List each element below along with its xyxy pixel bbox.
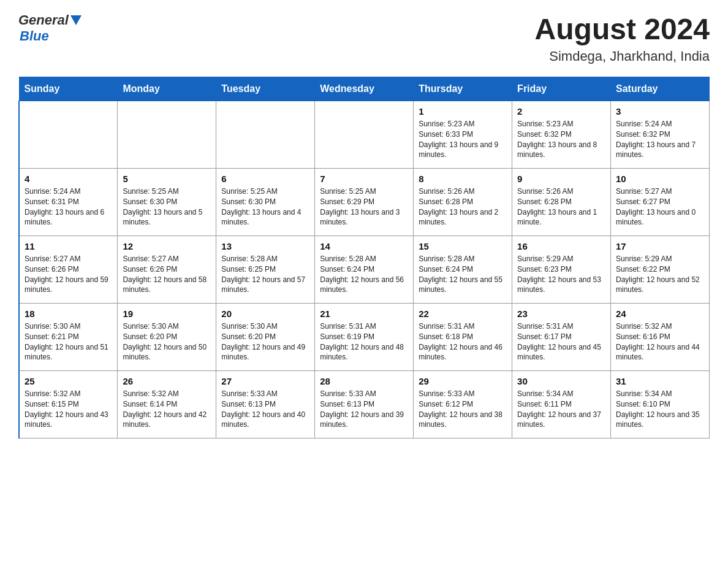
- day-info: Sunrise: 5:32 AM Sunset: 6:15 PM Dayligh…: [25, 389, 112, 430]
- day-header-tuesday: Tuesday: [216, 77, 315, 101]
- day-info: Sunrise: 5:32 AM Sunset: 6:16 PM Dayligh…: [616, 321, 704, 362]
- calendar-day-20: 20Sunrise: 5:30 AM Sunset: 6:20 PM Dayli…: [216, 304, 315, 371]
- day-info: Sunrise: 5:26 AM Sunset: 6:28 PM Dayligh…: [419, 186, 507, 228]
- day-number: 26: [123, 376, 211, 386]
- title-area: August 2024 Simdega, Jharkhand, India: [535, 12, 710, 64]
- day-number: 6: [221, 174, 309, 184]
- day-number: 4: [25, 174, 112, 184]
- day-number: 30: [517, 376, 605, 386]
- day-number: 14: [320, 241, 408, 251]
- day-number: 21: [320, 308, 408, 319]
- calendar-day-22: 22Sunrise: 5:31 AM Sunset: 6:18 PM Dayli…: [414, 304, 512, 371]
- calendar-day-27: 27Sunrise: 5:33 AM Sunset: 6:13 PM Dayli…: [216, 371, 315, 439]
- day-number: 28: [320, 376, 408, 386]
- calendar-day-8: 8Sunrise: 5:26 AM Sunset: 6:28 PM Daylig…: [414, 169, 512, 236]
- logo: General Blue: [18, 12, 82, 44]
- day-info: Sunrise: 5:30 AM Sunset: 6:21 PM Dayligh…: [25, 321, 112, 362]
- calendar-week-row: 4Sunrise: 5:24 AM Sunset: 6:31 PM Daylig…: [19, 169, 710, 236]
- day-number: 22: [419, 308, 507, 319]
- calendar-day-13: 13Sunrise: 5:28 AM Sunset: 6:25 PM Dayli…: [216, 236, 315, 304]
- day-header-saturday: Saturday: [611, 77, 710, 101]
- calendar-table: SundayMondayTuesdayWednesdayThursdayFrid…: [18, 77, 710, 439]
- calendar-week-row: 1Sunrise: 5:23 AM Sunset: 6:33 PM Daylig…: [19, 101, 710, 169]
- day-info: Sunrise: 5:25 AM Sunset: 6:30 PM Dayligh…: [221, 186, 309, 228]
- calendar-day-2: 2Sunrise: 5:23 AM Sunset: 6:32 PM Daylig…: [512, 101, 611, 169]
- calendar-day-6: 6Sunrise: 5:25 AM Sunset: 6:30 PM Daylig…: [216, 169, 315, 236]
- calendar-day-28: 28Sunrise: 5:33 AM Sunset: 6:13 PM Dayli…: [315, 371, 414, 439]
- calendar-day-29: 29Sunrise: 5:33 AM Sunset: 6:12 PM Dayli…: [414, 371, 512, 439]
- day-number: 20: [221, 308, 309, 319]
- day-header-wednesday: Wednesday: [315, 77, 414, 101]
- day-header-thursday: Thursday: [414, 77, 512, 101]
- day-number: 3: [616, 106, 704, 117]
- day-number: 15: [419, 241, 507, 251]
- calendar-day-23: 23Sunrise: 5:31 AM Sunset: 6:17 PM Dayli…: [512, 304, 611, 371]
- calendar-empty-cell: [315, 101, 414, 169]
- calendar-day-16: 16Sunrise: 5:29 AM Sunset: 6:23 PM Dayli…: [512, 236, 611, 304]
- day-header-sunday: Sunday: [19, 77, 118, 101]
- day-info: Sunrise: 5:33 AM Sunset: 6:12 PM Dayligh…: [419, 389, 507, 430]
- day-number: 2: [517, 106, 605, 117]
- day-info: Sunrise: 5:27 AM Sunset: 6:27 PM Dayligh…: [616, 186, 704, 228]
- month-year-title: August 2024: [535, 12, 710, 46]
- day-info: Sunrise: 5:29 AM Sunset: 6:23 PM Dayligh…: [517, 254, 605, 295]
- day-info: Sunrise: 5:23 AM Sunset: 6:32 PM Dayligh…: [517, 119, 605, 160]
- day-header-monday: Monday: [118, 77, 216, 101]
- calendar-week-row: 25Sunrise: 5:32 AM Sunset: 6:15 PM Dayli…: [19, 371, 710, 439]
- calendar-day-3: 3Sunrise: 5:24 AM Sunset: 6:32 PM Daylig…: [611, 101, 710, 169]
- day-info: Sunrise: 5:33 AM Sunset: 6:13 PM Dayligh…: [320, 389, 408, 430]
- day-info: Sunrise: 5:31 AM Sunset: 6:18 PM Dayligh…: [419, 321, 507, 362]
- day-info: Sunrise: 5:30 AM Sunset: 6:20 PM Dayligh…: [221, 321, 309, 362]
- day-info: Sunrise: 5:30 AM Sunset: 6:20 PM Dayligh…: [123, 321, 211, 362]
- day-info: Sunrise: 5:32 AM Sunset: 6:14 PM Dayligh…: [123, 389, 211, 430]
- day-header-friday: Friday: [512, 77, 611, 101]
- day-number: 13: [221, 241, 309, 251]
- calendar-day-24: 24Sunrise: 5:32 AM Sunset: 6:16 PM Dayli…: [611, 304, 710, 371]
- logo-triangle-icon: [70, 15, 82, 25]
- day-info: Sunrise: 5:34 AM Sunset: 6:10 PM Dayligh…: [616, 389, 704, 430]
- day-number: 18: [25, 308, 112, 319]
- calendar-day-11: 11Sunrise: 5:27 AM Sunset: 6:26 PM Dayli…: [19, 236, 118, 304]
- calendar-day-4: 4Sunrise: 5:24 AM Sunset: 6:31 PM Daylig…: [19, 169, 118, 236]
- day-info: Sunrise: 5:34 AM Sunset: 6:11 PM Dayligh…: [517, 389, 605, 430]
- day-number: 24: [616, 308, 704, 319]
- calendar-day-17: 17Sunrise: 5:29 AM Sunset: 6:22 PM Dayli…: [611, 236, 710, 304]
- day-info: Sunrise: 5:25 AM Sunset: 6:29 PM Dayligh…: [320, 186, 408, 228]
- calendar-day-7: 7Sunrise: 5:25 AM Sunset: 6:29 PM Daylig…: [315, 169, 414, 236]
- day-number: 12: [123, 241, 211, 251]
- calendar-empty-cell: [19, 101, 118, 169]
- day-number: 5: [123, 174, 211, 184]
- calendar-day-1: 1Sunrise: 5:23 AM Sunset: 6:33 PM Daylig…: [414, 101, 512, 169]
- calendar-week-row: 11Sunrise: 5:27 AM Sunset: 6:26 PM Dayli…: [19, 236, 710, 304]
- calendar-day-25: 25Sunrise: 5:32 AM Sunset: 6:15 PM Dayli…: [19, 371, 118, 439]
- logo-blue-text: Blue: [20, 28, 49, 44]
- calendar-empty-cell: [118, 101, 216, 169]
- day-info: Sunrise: 5:31 AM Sunset: 6:19 PM Dayligh…: [320, 321, 408, 362]
- calendar-day-5: 5Sunrise: 5:25 AM Sunset: 6:30 PM Daylig…: [118, 169, 216, 236]
- day-number: 11: [25, 241, 112, 251]
- day-number: 8: [419, 174, 507, 184]
- calendar-day-18: 18Sunrise: 5:30 AM Sunset: 6:21 PM Dayli…: [19, 304, 118, 371]
- day-number: 31: [616, 376, 704, 386]
- day-info: Sunrise: 5:28 AM Sunset: 6:25 PM Dayligh…: [221, 254, 309, 295]
- day-number: 27: [221, 376, 309, 386]
- day-info: Sunrise: 5:27 AM Sunset: 6:26 PM Dayligh…: [25, 254, 112, 295]
- day-number: 19: [123, 308, 211, 319]
- location-subtitle: Simdega, Jharkhand, India: [535, 48, 710, 64]
- day-number: 16: [517, 241, 605, 251]
- calendar-day-15: 15Sunrise: 5:28 AM Sunset: 6:24 PM Dayli…: [414, 236, 512, 304]
- day-info: Sunrise: 5:28 AM Sunset: 6:24 PM Dayligh…: [320, 254, 408, 295]
- page-header: General Blue August 2024 Simdega, Jharkh…: [18, 12, 710, 64]
- day-info: Sunrise: 5:28 AM Sunset: 6:24 PM Dayligh…: [419, 254, 507, 295]
- calendar-empty-cell: [216, 101, 315, 169]
- day-info: Sunrise: 5:29 AM Sunset: 6:22 PM Dayligh…: [616, 254, 704, 295]
- day-number: 17: [616, 241, 704, 251]
- day-info: Sunrise: 5:23 AM Sunset: 6:33 PM Dayligh…: [419, 119, 507, 160]
- day-number: 10: [616, 174, 704, 184]
- logo-general-text: General: [18, 12, 69, 28]
- day-info: Sunrise: 5:24 AM Sunset: 6:32 PM Dayligh…: [616, 119, 704, 160]
- day-number: 29: [419, 376, 507, 386]
- day-number: 1: [419, 106, 507, 117]
- calendar-day-31: 31Sunrise: 5:34 AM Sunset: 6:10 PM Dayli…: [611, 371, 710, 439]
- calendar-day-21: 21Sunrise: 5:31 AM Sunset: 6:19 PM Dayli…: [315, 304, 414, 371]
